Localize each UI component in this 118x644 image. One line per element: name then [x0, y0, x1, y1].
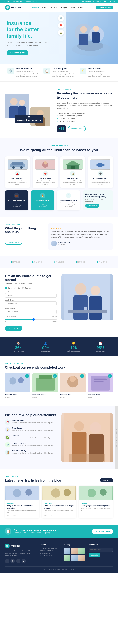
portfolio-card-2[interactable]: ↗ Insurance benefit Finance [32, 373, 58, 400]
blog-post-desc-2: Lorem ipsum dolor sit amet consectetur a… [44, 510, 74, 514]
inspire-text-1: Magnum ipsum Aliquam ac porttitor turpis… [12, 420, 53, 424]
hero-content: Insurance for the better family life. Pr… [6, 20, 112, 55]
blog-img-3 [79, 486, 113, 500]
nav-contact[interactable]: Contact [78, 6, 85, 8]
inspire-icon-2: 🏆 [5, 427, 10, 432]
range-slider[interactable] [5, 319, 57, 320]
svg-rect-43 [36, 378, 55, 391]
radio-business[interactable]: Business [22, 287, 31, 289]
portfolio-header: RECENT PROJECTS # Checkout our recently … [5, 363, 113, 370]
svg-rect-38 [84, 307, 87, 310]
radio-life[interactable]: Life [14, 287, 20, 289]
social-icon-facebook[interactable]: f [5, 559, 9, 563]
about-stat-badge: +68 [57, 126, 66, 132]
name-input[interactable] [5, 293, 57, 298]
nav-portfolio[interactable]: Portfolio [51, 6, 58, 8]
social-icon-linkedin[interactable]: in [16, 559, 20, 563]
nav-pages[interactable]: Pages [61, 6, 67, 8]
service-card-health[interactable]: ➕ Health insurance Lorem ipsum dolor sit… [88, 156, 113, 188]
range-max: 100000 [52, 321, 57, 323]
gallery-grid [64, 548, 84, 561]
all-testimonials-button[interactable]: All Testimonials [5, 240, 22, 245]
footer-contact-col: Contact 123 Main Street, Suite 100 New Y… [40, 544, 60, 563]
partner-logo-5: envato [97, 260, 108, 264]
service-card-home[interactable]: 🏠 Home insurance Lorem ipsum dolor sit a… [60, 156, 86, 188]
social-icon-youtube[interactable]: yt [22, 559, 26, 563]
footer-gallery-title: Gallery [64, 544, 84, 546]
top-bar-address: 123 Main Street, New York [3, 1, 23, 2]
footer: modins Lorem ipsum dolor sit amet, conse… [0, 538, 118, 573]
header-phone-button[interactable]: +1 (800) 123-4900 [96, 6, 113, 10]
feature-text-reliable: Fast & reliable Aliquam ac porttitor tur… [88, 68, 111, 77]
partner-logo-4: envato [75, 260, 86, 264]
nav-about[interactable]: About [42, 6, 47, 8]
inspire-item-title-5: Insurance policy [12, 450, 53, 452]
testimonials-left: ABOUT COMPANY # What they're talking abo… [5, 224, 44, 245]
author-info: Christine Eva Founder & CEO [58, 242, 70, 245]
hero-cta-button[interactable]: Get a Free Quote [6, 50, 28, 55]
gallery-thumb-4 [64, 555, 70, 561]
blog-card-2[interactable]: Insurance There are many variations of p… [42, 486, 76, 518]
portfolio-card-4[interactable]: ↗ Insurance claim Strategy [88, 373, 113, 400]
portfolio-card-1[interactable]: ↗ Business policy Strategy [5, 373, 30, 400]
stat-num-happy: 36k [13, 346, 24, 350]
blog-tag-1: Business [7, 502, 37, 504]
feature-icon-bolt: ⚡ [80, 68, 86, 74]
view-more-button[interactable]: View More [100, 478, 113, 482]
portfolio-card-3[interactable]: ↗ Business idea Business [60, 373, 86, 400]
logo[interactable]: modins [5, 5, 22, 10]
blog-card-3[interactable]: Strategy Leverage agile frameworks to pr… [79, 486, 113, 518]
email-input[interactable] [5, 302, 57, 306]
service-img-life [35, 159, 55, 170]
compare-button[interactable]: Compare Now [85, 204, 99, 208]
footer-about-col: modins Lorem ipsum dolor sit amet, conse… [5, 544, 36, 563]
svg-point-21 [20, 166, 23, 169]
footer-phone: +1 (800) 123-4900 [40, 555, 60, 556]
limits-label: Limits of Balance [5, 316, 16, 318]
cta-title: Start reporting or tracking your claims [14, 529, 56, 532]
service-card-car[interactable]: 🚗 Car insurance Lorem ipsum dolor sit am… [5, 156, 30, 188]
service-card-business[interactable]: 💼 Business insurance Lorem ipsum dolor s… [5, 190, 28, 210]
radio-group: Home Life Business [5, 287, 57, 289]
svg-rect-37 [68, 310, 107, 313]
newsletter-button[interactable]: Subscribe [89, 553, 101, 557]
newsletter-input[interactable] [89, 548, 113, 552]
social-icon-twitter[interactable]: t [10, 559, 15, 563]
inspire-text-4: Protect your life Aliquam ac porttitor t… [12, 442, 53, 446]
get-quote-button[interactable]: Get a Quote [5, 326, 22, 331]
partner-logo-1: envato [10, 260, 21, 264]
service-card-fire[interactable]: 🔥 Fire insurance Lorem ipsum dolor sit a… [31, 190, 54, 210]
track-claim-button[interactable]: Track your Claim [92, 528, 113, 534]
phone-input[interactable] [5, 310, 57, 314]
feature-icon-shield: 🛡️ [7, 68, 14, 74]
compare-card: Compare & get your insurance in right wa… [83, 190, 113, 210]
nav-home[interactable]: Home ▾ [32, 6, 39, 8]
radio-home[interactable]: Home [5, 287, 12, 289]
stat-num-team: 90+ [40, 346, 52, 350]
portfolio-cat-4: Strategy [88, 397, 92, 398]
portfolio-label: RECENT PROJECTS # [5, 363, 65, 364]
get-a-quote-link[interactable]: Get A Quote [82, 1, 91, 2]
service-desc-business: Lorem ipsum dolor sit amet consectetur a… [7, 202, 26, 208]
service-desc-fire: Lorem ipsum dolor sit amet consectetur a… [33, 202, 52, 208]
stat-num-customers: 12k [67, 346, 80, 350]
inspire-list: 🎯 Magnum ipsum Aliquam ac porttitor turp… [5, 420, 57, 455]
blog-post-title-3: Leverage agile frameworks to provide [81, 504, 111, 507]
portfolio-title: Checkout our recently completed work [5, 366, 65, 370]
feature-desc-safe: Aliquam ac porttitor turpis vulputate ma… [16, 70, 38, 77]
copyright-text: © 2023 Copyright by Modins. All Rights R… [43, 568, 75, 570]
svg-rect-19 [11, 162, 23, 165]
service-desc-health: Lorem ipsum dolor sit amet consectetur a… [90, 180, 111, 186]
portfolio-grid: ↗ Business policy Strategy ↗ Insurance b… [5, 373, 113, 400]
gallery-thumb-3 [78, 548, 85, 554]
about-list-item: Insurance & Business Agencies [57, 114, 113, 117]
blog-body-1: Business Bring to the table win-win surv… [5, 500, 39, 518]
blog-tag-2: Insurance [44, 502, 74, 504]
nav-news[interactable]: News [70, 6, 75, 8]
service-card-marriage[interactable]: 💍 Marriage insurance Lorem ipsum dolor s… [57, 190, 80, 210]
feature-title-reliable: Fast & reliable [88, 68, 111, 70]
svg-point-53 [74, 421, 84, 431]
service-card-life[interactable]: ❤️ Life insurance Lorem ipsum dolor sit … [33, 156, 58, 188]
blog-card-1[interactable]: Business Bring to the table win-win surv… [5, 486, 39, 518]
discover-more-button[interactable]: Discover More [68, 126, 86, 131]
